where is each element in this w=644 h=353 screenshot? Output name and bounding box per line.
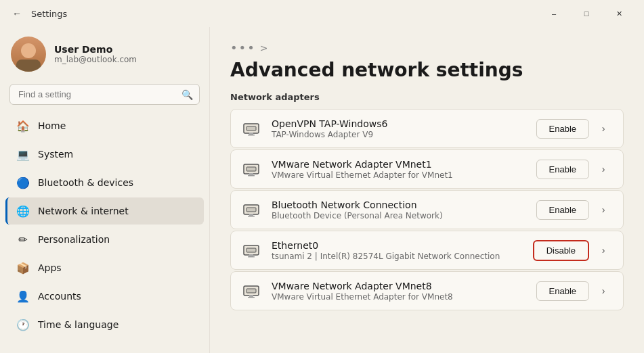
enable-button[interactable]: Enable bbox=[536, 160, 589, 179]
content-area: ••• > Advanced network settings Network … bbox=[210, 27, 644, 353]
adapter-desc: tsunami 2 | Intel(R) 82574L Gigabit Netw… bbox=[272, 252, 523, 261]
expand-button[interactable]: › bbox=[593, 281, 614, 301]
svg-rect-5 bbox=[246, 167, 256, 171]
adapter-item: VMware Network Adapter VMnet8 VMware Vir… bbox=[230, 271, 624, 310]
search-input[interactable] bbox=[9, 84, 200, 105]
network-icon: 🌐 bbox=[16, 204, 30, 218]
adapter-item: Ethernet0 tsunami 2 | Intel(R) 82574L Gi… bbox=[230, 231, 624, 270]
main-layout: User Demo m_lab@outlook.com 🔍 🏠 Home 💻 S… bbox=[0, 27, 644, 353]
svg-rect-9 bbox=[246, 208, 256, 212]
search-box: 🔍 bbox=[9, 84, 200, 105]
adapter-icon bbox=[240, 118, 262, 139]
disable-button[interactable]: Disable bbox=[533, 240, 589, 261]
close-button[interactable]: ✕ bbox=[603, 3, 635, 24]
nav-item-label: Time & language bbox=[38, 319, 119, 330]
back-button[interactable]: ← bbox=[9, 5, 24, 22]
adapter-item: Bluetooth Network Connection Bluetooth D… bbox=[230, 190, 624, 229]
sidebar-item-home[interactable]: 🏠 Home bbox=[5, 112, 204, 139]
adapter-info: VMware Network Adapter VMnet8 VMware Vir… bbox=[272, 281, 527, 302]
adapter-name: VMware Network Adapter VMnet8 bbox=[272, 281, 527, 291]
app-title: Settings bbox=[31, 9, 67, 19]
svg-rect-14 bbox=[249, 254, 253, 256]
nav-item-label: Bluetooth & devices bbox=[38, 177, 133, 188]
svg-rect-1 bbox=[246, 126, 256, 131]
svg-rect-15 bbox=[248, 256, 255, 258]
adapter-icon bbox=[240, 239, 262, 261]
expand-button[interactable]: › bbox=[593, 118, 614, 139]
nav-item-label: Home bbox=[38, 120, 66, 131]
search-icon: 🔍 bbox=[181, 89, 193, 100]
adapter-info: Ethernet0 tsunami 2 | Intel(R) 82574L Gi… bbox=[272, 240, 523, 261]
svg-rect-13 bbox=[246, 248, 256, 252]
enable-button[interactable]: Enable bbox=[536, 200, 589, 220]
user-email: m_lab@outlook.com bbox=[54, 55, 137, 64]
enable-button[interactable]: Enable bbox=[536, 119, 589, 139]
nav-item-label: Network & internet bbox=[38, 206, 129, 216]
adapter-info: VMware Network Adapter VMnet1 VMware Vir… bbox=[272, 159, 527, 180]
sidebar-item-apps[interactable]: 📦 Apps bbox=[5, 254, 204, 281]
window-controls: – □ ✕ bbox=[538, 3, 635, 24]
adapter-info: OpenVPN TAP-Windows6 TAP-Windows Adapter… bbox=[272, 118, 527, 139]
maximize-button[interactable]: □ bbox=[571, 3, 602, 24]
nav-item-label: System bbox=[38, 149, 73, 160]
adapter-actions: Disable › bbox=[533, 240, 614, 261]
adapter-name: Bluetooth Network Connection bbox=[272, 199, 527, 210]
sidebar-item-time[interactable]: 🕐 Time & language bbox=[5, 311, 204, 338]
system-icon: 💻 bbox=[16, 147, 30, 161]
enable-button[interactable]: Enable bbox=[536, 281, 589, 301]
svg-rect-10 bbox=[249, 214, 253, 216]
title-bar: ← Settings – □ ✕ bbox=[0, 0, 644, 27]
adapter-name: Ethernet0 bbox=[272, 240, 523, 251]
adapter-item: VMware Network Adapter VMnet1 VMware Vir… bbox=[230, 149, 624, 189]
adapter-info: Bluetooth Network Connection Bluetooth D… bbox=[272, 199, 527, 220]
nav-item-label: Apps bbox=[38, 262, 62, 273]
expand-button[interactable]: › bbox=[593, 199, 614, 220]
adapter-item: OpenVPN TAP-Windows6 TAP-Windows Adapter… bbox=[230, 109, 624, 148]
accounts-icon: 👤 bbox=[16, 289, 30, 303]
adapter-icon bbox=[240, 280, 262, 302]
home-icon: 🏠 bbox=[16, 119, 30, 133]
svg-rect-18 bbox=[249, 295, 253, 297]
nav-item-label: Accounts bbox=[38, 291, 81, 302]
adapter-icon bbox=[240, 199, 262, 220]
avatar bbox=[11, 37, 46, 72]
user-info: User Demo m_lab@outlook.com bbox=[54, 44, 137, 64]
svg-rect-19 bbox=[248, 297, 255, 298]
svg-rect-11 bbox=[248, 216, 255, 217]
adapter-actions: Enable › bbox=[536, 118, 614, 139]
adapter-actions: Enable › bbox=[536, 159, 614, 179]
sidebar-item-network[interactable]: 🌐 Network & internet bbox=[5, 197, 204, 225]
user-profile: User Demo m_lab@outlook.com bbox=[0, 27, 209, 81]
adapter-desc: TAP-Windows Adapter V9 bbox=[272, 130, 527, 139]
minimize-button[interactable]: – bbox=[538, 3, 570, 24]
time-icon: 🕐 bbox=[16, 318, 30, 331]
adapter-list: OpenVPN TAP-Windows6 TAP-Windows Adapter… bbox=[230, 109, 624, 310]
apps-icon: 📦 bbox=[16, 261, 30, 275]
page-title: Advanced network settings bbox=[230, 59, 624, 81]
nav-item-label: Personalization bbox=[38, 234, 110, 245]
adapter-actions: Enable › bbox=[536, 281, 614, 301]
adapter-icon bbox=[240, 158, 262, 180]
breadcrumb-dots: ••• bbox=[230, 41, 256, 55]
svg-rect-2 bbox=[249, 133, 253, 135]
nav-items: 🏠 Home 💻 System 🔵 Bluetooth & devices 🌐 … bbox=[0, 110, 209, 340]
adapter-desc: VMware Virtual Ethernet Adapter for VMne… bbox=[272, 292, 527, 302]
breadcrumb: ••• > bbox=[230, 41, 624, 55]
sidebar: User Demo m_lab@outlook.com 🔍 🏠 Home 💻 S… bbox=[0, 27, 210, 353]
sidebar-item-bluetooth[interactable]: 🔵 Bluetooth & devices bbox=[5, 169, 204, 196]
section-label: Network adapters bbox=[230, 92, 624, 102]
adapter-desc: Bluetooth Device (Personal Area Network) bbox=[272, 211, 527, 220]
svg-rect-6 bbox=[249, 173, 253, 175]
sidebar-item-accounts[interactable]: 👤 Accounts bbox=[5, 283, 204, 310]
personalization-icon: ✏️ bbox=[16, 233, 30, 246]
svg-rect-3 bbox=[248, 135, 255, 136]
expand-button[interactable]: › bbox=[593, 240, 614, 260]
sidebar-item-personalization[interactable]: ✏️ Personalization bbox=[5, 226, 204, 253]
adapter-name: OpenVPN TAP-Windows6 bbox=[272, 118, 527, 129]
sidebar-item-system[interactable]: 💻 System bbox=[5, 141, 204, 168]
bluetooth-icon: 🔵 bbox=[16, 176, 30, 189]
breadcrumb-arrow: > bbox=[260, 43, 268, 53]
svg-rect-17 bbox=[246, 289, 256, 293]
expand-button[interactable]: › bbox=[593, 159, 614, 179]
svg-rect-7 bbox=[248, 175, 255, 176]
